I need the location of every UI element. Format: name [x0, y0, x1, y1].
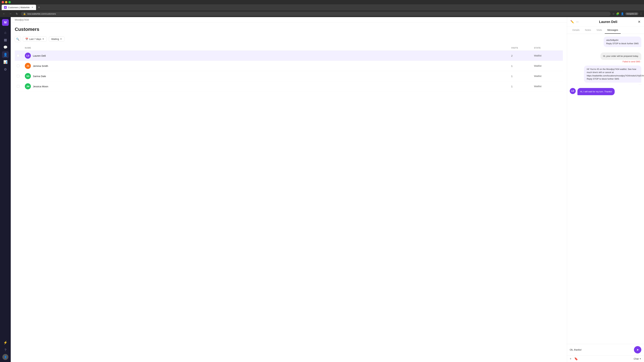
more-options-icon[interactable]: ···: [576, 20, 578, 24]
customer-name: Lauren Deli: [33, 54, 46, 57]
new-tab-button[interactable]: +: [37, 5, 42, 10]
add-attachment-button[interactable]: +: [570, 357, 572, 361]
visits-count: 1: [511, 75, 531, 78]
tab-close-button[interactable]: ✕: [31, 6, 34, 9]
search-button[interactable]: 🔍: [15, 36, 21, 42]
settings-icon: ⚙: [4, 67, 7, 71]
profile-icon[interactable]: 👤: [621, 12, 624, 15]
help-icon: ?: [4, 348, 6, 352]
search-icon: 🔍: [16, 37, 20, 41]
state-badge: Waitlist: [534, 54, 561, 57]
visits-col-header: VISITS: [511, 47, 531, 49]
tab-favicon: M: [4, 6, 7, 9]
message-timestamp: · · ·: [604, 48, 641, 50]
tab-bar: M Customers | Waitwhile ✕ +: [0, 4, 644, 10]
send-button[interactable]: ➤: [634, 346, 641, 354]
send-icon: ➤: [636, 348, 639, 352]
panel-title: Lauren Deli: [578, 20, 638, 24]
row-checkbox[interactable]: [17, 54, 20, 57]
checkbox-col-header: [17, 47, 22, 49]
tab-messages[interactable]: Messages: [605, 27, 621, 34]
message-input[interactable]: [570, 349, 632, 351]
browser-tab[interactable]: M Customers | Waitwhile ✕: [2, 5, 36, 10]
sidebar-item-chat[interactable]: 💬: [2, 44, 9, 51]
sidebar-logo[interactable]: M: [2, 19, 9, 26]
sidebar-item-analytics[interactable]: 📊: [2, 59, 9, 65]
date-range-label: Last 7 days: [29, 38, 41, 40]
failed-sms-label: Failed to send SMS ·: [600, 60, 641, 63]
customer-cell: JM Jessica Moon: [25, 83, 508, 89]
message-text: Hi, your order will be prepared today.: [600, 52, 641, 60]
date-range-dropdown-icon: ▼: [42, 38, 44, 40]
browser-chrome: [0, 0, 644, 4]
back-button[interactable]: ←: [2, 11, 6, 16]
location-name: Moodjoy7434: [15, 18, 29, 21]
reload-button[interactable]: ↻: [14, 11, 19, 16]
table-row[interactable]: JM Jessica Moon 1 Waitlist: [15, 81, 563, 91]
tab-notes[interactable]: Notes: [582, 27, 594, 34]
customer-name: Jemina Smith: [33, 64, 48, 67]
row-checkbox[interactable]: [17, 64, 20, 67]
row-checkbox[interactable]: [17, 75, 20, 77]
sidebar-item-help[interactable]: ?: [2, 347, 9, 353]
main-header: Moodjoy7434: [11, 17, 567, 23]
address-bar: ← → ↻ 🔒 new.waitwhile.com/customers ☆ 🧩 …: [0, 10, 644, 17]
message-bubble: LD Hi, I will wait for my turn. Thanks! …: [570, 88, 615, 98]
sidebar-item-calendar[interactable]: ▦: [2, 36, 9, 43]
sidebar-item-home[interactable]: ⌂: [2, 29, 9, 36]
page-title: Customers: [15, 27, 563, 32]
tab-details[interactable]: Details: [570, 27, 582, 34]
chat-dropdown-icon: ▼: [639, 358, 641, 360]
chat-type-dropdown[interactable]: Chat ▼: [634, 358, 641, 360]
user-avatar[interactable]: 👤: [2, 354, 8, 360]
url-bar[interactable]: 🔒 new.waitwhile.com/customers: [21, 12, 611, 16]
sidebar-item-lightning[interactable]: ⚡: [2, 339, 9, 346]
customer-cell: LD Lauren Deli: [25, 53, 508, 59]
message-bubble: Hi, your order will be prepared today. F…: [600, 52, 641, 63]
main-body: Customers 🔍 📅 Last 7 days ▼ Waiting ▼: [11, 23, 567, 362]
avatar: SD: [25, 73, 31, 79]
sidebar-item-settings[interactable]: ⚙: [2, 66, 9, 73]
message-timestamp: · · ·: [578, 96, 615, 98]
panel-tabs: Details Notes Visits Messages: [567, 27, 644, 34]
table-header: NAME VISITS STATE: [15, 45, 563, 51]
bookmark-button[interactable]: 🔖: [574, 357, 578, 361]
close-panel-button[interactable]: ✕: [638, 20, 641, 24]
avatar: JM: [25, 83, 31, 89]
extensions-icon[interactable]: 🧩: [616, 12, 619, 15]
customer-cell: SD Sarina Dale: [25, 73, 508, 79]
sidebar: M ⌂ ▦ 💬 👤 📊 ⚙ ⚡ ? 👤: [0, 17, 11, 362]
close-window-button[interactable]: [2, 1, 4, 3]
visits-count: 2: [511, 54, 531, 57]
table-row[interactable]: JS Jemina Smith 1 Waitlist: [15, 61, 563, 71]
avatar-placeholder: 👤: [2, 354, 8, 360]
message-bubble: sits/5HBp0HReply STOP to block further S…: [604, 36, 641, 50]
table-row[interactable]: LD Lauren Deli 2 Waitlist: [15, 51, 563, 61]
analytics-icon: 📊: [3, 60, 8, 64]
menu-icon[interactable]: ⋮: [640, 12, 642, 15]
status-filter-label: Waiting: [51, 38, 59, 40]
tab-title: Customers | Waitwhile: [8, 6, 30, 9]
incognito-badge[interactable]: Incognito (2): [626, 12, 638, 15]
status-filter[interactable]: Waiting ▼: [49, 36, 64, 41]
messages-area: sits/5HBp0HReply STOP to block further S…: [567, 34, 644, 344]
bookmark-icon[interactable]: ☆: [612, 12, 615, 15]
forward-button[interactable]: →: [8, 11, 13, 16]
chat-label: Chat: [634, 358, 639, 360]
filters-bar: 🔍 📅 Last 7 days ▼ Waiting ▼: [15, 36, 563, 42]
message-toolbar: + 🔖 Chat ▼: [567, 356, 644, 362]
minimize-window-button[interactable]: [5, 1, 8, 3]
date-range-filter[interactable]: 📅 Last 7 days ▼: [23, 36, 47, 41]
tab-visits[interactable]: Visits: [594, 27, 604, 34]
maximize-window-button[interactable]: [8, 1, 11, 3]
edit-icon[interactable]: ✏️: [570, 20, 574, 24]
visits-count: 1: [511, 64, 531, 67]
main-content: Moodjoy7434 Customers 🔍 📅 Last 7 days ▼ …: [11, 17, 567, 362]
name-col-header: NAME: [25, 47, 508, 49]
message-text: Hi! You're #5 on the Moodjoy7434 waitlis…: [584, 65, 641, 83]
sidebar-item-customers[interactable]: 👤: [2, 51, 9, 58]
table-row[interactable]: SD Sarina Dale 1 Waitlist: [15, 71, 563, 81]
customers-table: NAME VISITS STATE LD Lauren Deli 2 Waitl…: [15, 45, 563, 91]
row-checkbox[interactable]: [17, 85, 20, 88]
status-dropdown-icon: ▼: [60, 38, 62, 40]
